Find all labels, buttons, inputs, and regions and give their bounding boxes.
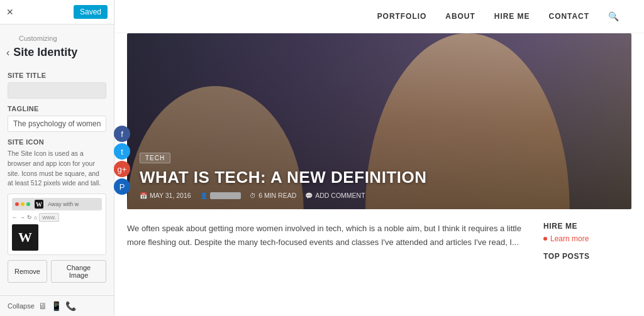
social-sidebar: f t g+ P bbox=[114, 126, 130, 195]
hero-author: ███████ bbox=[200, 192, 242, 199]
dot-icon bbox=[543, 237, 547, 241]
icon-large-preview: W bbox=[12, 224, 38, 251]
top-posts-title: TOP POSTS bbox=[543, 252, 631, 261]
hero-date: MAY 31, 2016 bbox=[140, 192, 191, 199]
pinterest-button[interactable]: P bbox=[114, 178, 130, 195]
away-label: Away with w bbox=[48, 201, 79, 207]
sidebar-right: HIRE ME Learn more TOP POSTS bbox=[543, 222, 631, 261]
forward-nav-icon: → bbox=[19, 214, 25, 221]
home-icon: ⌂ bbox=[34, 214, 37, 221]
dot-green bbox=[26, 202, 30, 206]
calendar-icon bbox=[140, 192, 147, 199]
browser-url: www. bbox=[39, 213, 59, 222]
browser-nav: ← → ↻ ⌂ www. bbox=[12, 213, 102, 222]
hero-add-comment: ADD COMMENT bbox=[305, 192, 365, 199]
twitter-button[interactable]: t bbox=[114, 143, 130, 160]
content-columns: We often speak about getting more women … bbox=[114, 222, 644, 261]
comment-icon bbox=[305, 192, 313, 199]
tagline-label: Tagline bbox=[8, 105, 106, 112]
googleplus-button[interactable]: g+ bbox=[114, 161, 130, 177]
facebook-button[interactable]: f bbox=[114, 126, 130, 142]
user-icon bbox=[200, 192, 208, 199]
customizer-parent-label: Customizing bbox=[19, 35, 57, 42]
customizer-header: ✕ Saved bbox=[0, 0, 114, 25]
close-button[interactable]: ✕ bbox=[6, 7, 14, 17]
nav-contact[interactable]: CONTACT bbox=[549, 12, 590, 21]
tagline-input[interactable] bbox=[8, 116, 106, 132]
monitor-icon[interactable]: 🖥 bbox=[38, 301, 47, 311]
back-button[interactable]: ‹ bbox=[6, 47, 9, 58]
hero-meta: MAY 31, 2016 ███████ 6 MIN READ ADD COMM… bbox=[140, 192, 427, 199]
clock-icon bbox=[250, 192, 256, 199]
hero-tag: TECH bbox=[140, 153, 170, 163]
remove-icon-button[interactable]: Remove bbox=[8, 260, 47, 283]
hero-text-block: TECH WHAT IS TECH: A NEW DEFINITION MAY … bbox=[127, 141, 440, 209]
hire-me-title: HIRE ME bbox=[543, 222, 631, 231]
nav-about[interactable]: ABOUT bbox=[445, 12, 475, 21]
hero-image: TECH WHAT IS TECH: A NEW DEFINITION MAY … bbox=[127, 33, 631, 209]
customizer-panel: ✕ Saved Customizing ‹ Site Identity Site… bbox=[0, 0, 114, 316]
customizer-body: Site Title Tagline Site Icon The Site Ic… bbox=[0, 65, 114, 295]
saved-button[interactable]: Saved bbox=[74, 5, 108, 19]
collapse-button[interactable]: Collapse bbox=[8, 302, 35, 310]
breadcrumb: Customizing bbox=[0, 25, 114, 46]
nav-hire-me[interactable]: HIRE ME bbox=[494, 12, 530, 21]
dot-red bbox=[15, 202, 19, 206]
phone-icon[interactable]: 📞 bbox=[65, 301, 76, 311]
nav-portfolio[interactable]: PORTFOLIO bbox=[377, 12, 427, 21]
learn-more-link[interactable]: Learn more bbox=[543, 234, 631, 243]
search-icon[interactable]: 🔍 bbox=[608, 11, 619, 21]
site-title-label: Site Title bbox=[8, 72, 106, 79]
icon-preview-box: W bbox=[35, 200, 43, 209]
customizer-title-row: ‹ Site Identity bbox=[0, 46, 114, 65]
hero-read-time: 6 MIN READ bbox=[250, 192, 296, 199]
change-image-button[interactable]: Change Image bbox=[51, 260, 106, 283]
back-nav-icon: ← bbox=[12, 214, 18, 221]
site-icon-preview: W Away with w ← → ↻ ⌂ www. W bbox=[8, 193, 106, 255]
browser-bar: W Away with w bbox=[12, 198, 102, 210]
site-icon-label: Site Icon bbox=[8, 138, 106, 146]
hero-title: WHAT IS TECH: A NEW DEFINITION bbox=[140, 168, 427, 187]
icon-w-large: W bbox=[18, 229, 32, 246]
tablet-icon[interactable]: 📱 bbox=[51, 301, 62, 311]
hero-area: TECH WHAT IS TECH: A NEW DEFINITION MAY … bbox=[127, 33, 631, 209]
dot-yellow bbox=[21, 202, 25, 206]
icon-letter: W bbox=[36, 201, 42, 208]
site-title-input[interactable] bbox=[8, 82, 106, 99]
main-content: PORTFOLIO ABOUT HIRE ME CONTACT 🔍 TECH W… bbox=[114, 0, 644, 316]
icon-buttons: Remove Change Image bbox=[8, 260, 106, 283]
article-body: We often speak about getting more women … bbox=[127, 222, 531, 261]
article-excerpt: We often speak about getting more women … bbox=[127, 222, 531, 249]
customizer-footer: Collapse 🖥 📱 📞 bbox=[0, 295, 114, 316]
refresh-icon: ↻ bbox=[27, 214, 32, 221]
site-nav: PORTFOLIO ABOUT HIRE ME CONTACT 🔍 bbox=[114, 0, 644, 33]
site-icon-desc: The Site Icon is used as a browser and a… bbox=[8, 149, 106, 188]
customizer-title: Site Identity bbox=[13, 46, 77, 59]
